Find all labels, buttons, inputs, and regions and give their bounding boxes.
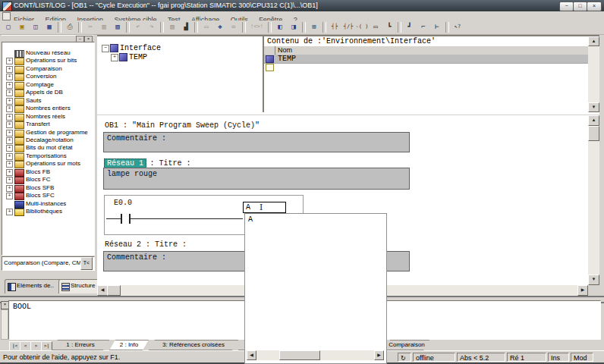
tree-item-blocs-fb[interactable]: Blocs FB [5, 168, 93, 176]
expander-icon[interactable] [6, 185, 13, 192]
expander-icon[interactable] [6, 153, 13, 160]
decl-tree-interface[interactable]: Interface [120, 44, 161, 52]
expander-icon[interactable] [6, 130, 13, 136]
coil-icon[interactable]: -( ) [355, 21, 369, 33]
vscroll-thumb[interactable] [588, 126, 599, 141]
expander-icon[interactable] [6, 209, 13, 215]
operand-input[interactable]: A I [243, 202, 286, 213]
open-icon[interactable]: ▣ [15, 21, 29, 33]
expander-icon[interactable] [6, 82, 13, 89]
block-comment-box[interactable]: Commentaire : [103, 132, 410, 152]
compare-blocks-icon[interactable]: !<>! [247, 21, 266, 33]
expander-icon[interactable] [6, 169, 13, 176]
print-icon[interactable]: ⎙ [63, 21, 77, 33]
operand-dropdown[interactable]: A ◀ ▶ [244, 213, 387, 364]
tab-erreurs[interactable]: 1 : Erreurs [52, 340, 109, 350]
expander-icon[interactable] [6, 161, 13, 168]
redo-icon[interactable]: ↷ [145, 21, 159, 33]
tree-item-conversion[interactable]: Conversion [5, 73, 93, 80]
tree-item-comparaison[interactable]: Comparaison [5, 65, 93, 73]
contact-nc-icon[interactable]: ┤/├ [341, 21, 355, 33]
tree-item-temporisations[interactable]: Temporisations [5, 152, 93, 160]
network1-title-box[interactable]: lampe rouge [103, 168, 410, 190]
open-branch-icon[interactable]: ┗ [382, 21, 396, 33]
tree-item-multi-instances[interactable]: Multi-instances [5, 200, 93, 208]
open-online-icon[interactable]: ◫ [29, 21, 42, 33]
tree-item-transfert[interactable]: Transfert [5, 121, 93, 128]
scroll-up-icon[interactable]: ▲ [588, 115, 599, 126]
tree-item-bibliotheques[interactable]: Bibliothèques [5, 208, 93, 215]
paste-icon[interactable]: ▨ [111, 21, 124, 33]
expander-icon[interactable] [6, 74, 13, 80]
detail-window-icon[interactable]: ◨ [287, 21, 300, 33]
dropdown-item-a[interactable]: A [248, 215, 253, 224]
contact-operand-label[interactable]: E0.0 [114, 199, 132, 207]
decl-tree-temp[interactable]: TEMP [129, 53, 147, 61]
empty-box-icon[interactable]: ▭ [369, 21, 382, 33]
catalog-titlebar[interactable]: − × [2, 35, 93, 42]
scroll-up-icon[interactable]: ▲ [588, 36, 599, 46]
column-header-nom[interactable]: Nom [278, 46, 292, 54]
tree-item-decalage-rotation[interactable]: Décalage/rotation [5, 136, 93, 144]
scroll-right-icon[interactable]: ▶ [374, 350, 384, 360]
minimize-button[interactable]: − [559, 2, 574, 11]
expander-icon[interactable] [6, 98, 13, 105]
save-icon[interactable]: ▦ [42, 21, 56, 33]
expander-icon[interactable] [6, 145, 13, 152]
scroll-right-icon[interactable]: ▶ [577, 285, 588, 296]
contact-no-icon[interactable]: ┤├ [328, 21, 341, 33]
expander-icon[interactable] [6, 177, 13, 184]
tree-item-bits-mot-etat[interactable]: Bits du mot d'état [5, 144, 93, 152]
expander-icon[interactable] [6, 121, 13, 128]
expander-icon[interactable] [6, 137, 13, 144]
expander-icon[interactable] [6, 58, 13, 64]
declaration-vscrollbar[interactable]: ▲ ▼ [588, 36, 599, 112]
table-cell-name[interactable]: TEMP [278, 55, 296, 63]
power-rail-icon[interactable]: ⊢ [430, 21, 444, 33]
undo-icon[interactable]: ↶ [131, 21, 145, 33]
monitor-icon[interactable]: ∞ [227, 21, 241, 33]
tree-item-blocs-sfc[interactable]: Blocs SFC [5, 192, 93, 199]
tree-item-nouveau-reseau[interactable]: Nouveau réseau [5, 49, 93, 57]
open-block-icon[interactable]: ▧ [165, 21, 179, 33]
overview-window-icon[interactable]: ◧ [273, 21, 287, 33]
tree-item-sauts[interactable]: Sauts [5, 97, 93, 105]
tree-item-nombres-reels[interactable]: Nombres réels [5, 113, 93, 121]
expander-icon[interactable] [6, 114, 13, 121]
scroll-down-icon[interactable]: ▼ [588, 275, 599, 285]
restore-button[interactable]: □ [573, 2, 587, 11]
tab-comparaison[interactable]: Comparaison [384, 340, 429, 350]
expander-icon[interactable] [6, 105, 13, 112]
output-side-strip[interactable] [1, 309, 8, 340]
expander-icon[interactable]: − [102, 45, 109, 52]
cut-icon[interactable]: ✂ [83, 21, 97, 33]
tree-item-operations-mots[interactable]: Opérations sur mots [5, 160, 93, 168]
tab-references-croisees[interactable]: 3: Références croisées [149, 340, 238, 350]
new-file-icon[interactable]: ▢ [2, 21, 15, 33]
scroll-left-icon[interactable]: ◀ [97, 285, 108, 296]
close-branch-icon[interactable]: ┛ [403, 21, 417, 33]
tree-item-blocs-sfb[interactable]: Blocs SFB [5, 184, 93, 192]
expander-icon[interactable] [6, 89, 13, 96]
tab-info[interactable]: 2 : Info [109, 340, 149, 350]
close-button[interactable]: × [587, 2, 602, 11]
hscroll-thumb[interactable] [107, 285, 121, 296]
description-toggle-button[interactable]: T< [80, 257, 93, 270]
tree-item-operations-bits[interactable]: Opérations sur bits [5, 57, 93, 64]
scroll-left-icon[interactable]: ◀ [247, 350, 256, 360]
help-cursor-icon[interactable]: ↖? [451, 21, 464, 33]
network2-label[interactable]: Réseau 2 : Titre : [105, 240, 187, 249]
tree-item-comptage[interactable]: Comptage [5, 81, 93, 89]
symbol-info-icon[interactable]: ⊞ [307, 21, 321, 33]
connect-icon[interactable]: ❖ [213, 21, 227, 33]
expander-icon[interactable] [6, 193, 13, 199]
tree-item-appels-db[interactable]: Appels de DB [5, 89, 93, 96]
editor-vscrollbar[interactable]: ▲ ▼ [588, 115, 599, 285]
tree-item-gestion-programme[interactable]: Gestion de programme [5, 129, 93, 136]
download-icon[interactable]: ▟ [179, 21, 193, 33]
dropdown-hscrollbar[interactable]: ◀ ▶ [246, 350, 384, 360]
expander-icon[interactable]: + [111, 54, 118, 61]
scroll-down-icon[interactable]: ▼ [588, 102, 599, 112]
tree-item-nombres-entiers[interactable]: Nombres entiers [5, 105, 93, 112]
table-row-temp[interactable] [264, 55, 588, 64]
